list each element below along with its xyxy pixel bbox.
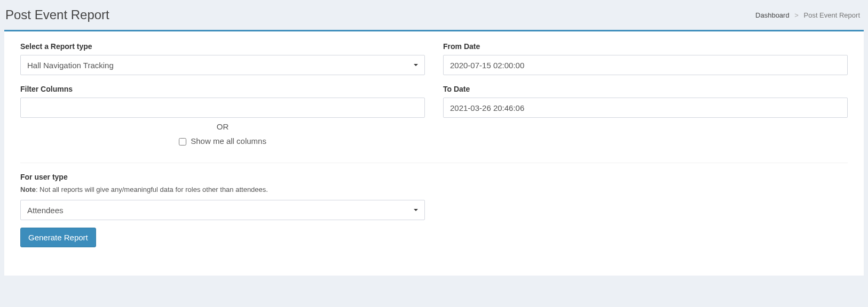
from-date-label: From Date xyxy=(443,42,848,51)
breadcrumb: Dashboard > Post Event Report xyxy=(755,11,860,19)
user-type-select[interactable]: Attendees xyxy=(20,200,425,220)
filter-columns-input[interactable] xyxy=(20,98,425,118)
report-type-select[interactable]: Hall Navigation Tracking xyxy=(20,55,425,75)
filter-columns-label: Filter Columns xyxy=(20,85,425,93)
user-type-note: Note: Not all reports will give any/mean… xyxy=(20,185,425,193)
generate-report-button[interactable]: Generate Report xyxy=(20,228,96,247)
show-all-columns-row: Show me all columns xyxy=(20,136,425,146)
show-all-columns-label: Show me all columns xyxy=(191,136,266,146)
note-prefix: Note xyxy=(20,185,36,193)
note-text: : Not all reports will give any/meaningf… xyxy=(36,185,268,193)
from-date-input[interactable] xyxy=(443,55,848,75)
report-form-box: Select a Report type Hall Navigation Tra… xyxy=(4,30,864,276)
user-type-label: For user type xyxy=(20,173,425,181)
breadcrumb-current: Post Event Report xyxy=(804,11,861,19)
show-all-columns-checkbox[interactable] xyxy=(179,138,186,146)
page-title: Post Event Report xyxy=(5,7,109,22)
to-date-label: To Date xyxy=(443,85,848,93)
report-type-label: Select a Report type xyxy=(20,42,425,51)
breadcrumb-separator: > xyxy=(794,11,799,19)
to-date-input[interactable] xyxy=(443,98,848,118)
page-header: Post Event Report Dashboard > Post Event… xyxy=(0,0,868,30)
breadcrumb-dashboard-link[interactable]: Dashboard xyxy=(755,11,790,19)
or-divider-text: OR xyxy=(20,122,425,131)
divider xyxy=(20,163,848,163)
